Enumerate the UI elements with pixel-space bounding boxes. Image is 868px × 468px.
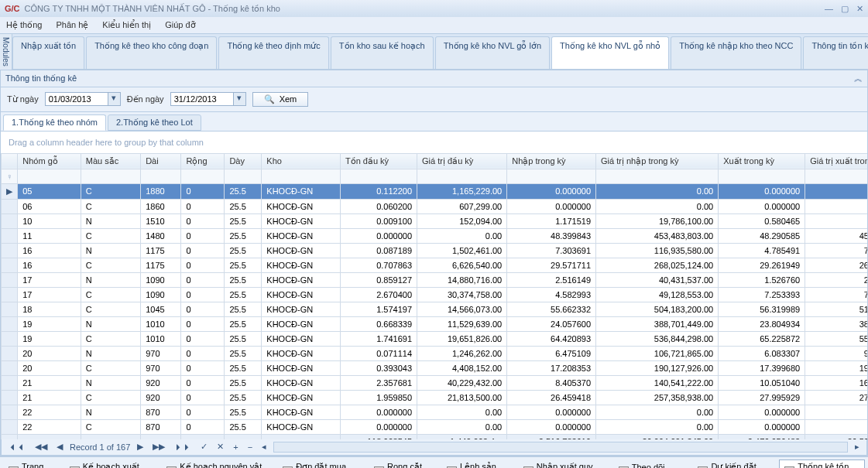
table-cell: 382,605,930.00	[805, 316, 867, 331]
toolbar-button[interactable]: Dự kiến đặt hàng	[692, 459, 777, 468]
column-header[interactable]: Nhập trong kỳ	[507, 153, 596, 169]
column-header[interactable]: Dài	[141, 153, 181, 169]
to-date-input[interactable]: ▾	[170, 92, 246, 106]
table-row[interactable]: 20C970025.5KHOCĐ-GN0.3930434,408,152.001…	[2, 360, 868, 375]
subtab[interactable]: 1.Thống kê theo nhóm	[3, 114, 106, 131]
table-cell: 6.083307	[719, 346, 805, 360]
column-header[interactable]: Dày	[225, 153, 262, 169]
nav-cancel-icon[interactable]: ✕	[214, 442, 226, 452]
from-date-field[interactable]	[46, 93, 108, 105]
column-header[interactable]: Xuất trong kỳ	[719, 153, 805, 169]
filter-cell[interactable]	[417, 169, 507, 183]
column-header[interactable]: Giá trị xuất trong kỳ	[805, 153, 867, 169]
nav-first-icon[interactable]: 🞀🞀	[6, 442, 28, 452]
doc-tab[interactable]: Thông tin tồn kho	[803, 36, 868, 69]
table-row[interactable]: 16N1175025.5KHOCĐ-GN0.0871891,502,461.00…	[2, 243, 868, 258]
doc-tab[interactable]: Thống kê kho NVL gỗ nhỏ	[551, 36, 669, 69]
column-header[interactable]: Kho	[262, 153, 341, 169]
table-row[interactable]: 21C920025.5KHOCĐ-GN1.95985021,813,500.00…	[2, 390, 868, 405]
doc-tab[interactable]: Nhập xuất tồn	[12, 36, 84, 69]
table-row[interactable]: 22C870025.5KHOCĐ-GN0.0000000.000.0000000…	[2, 419, 868, 434]
toolbar-button[interactable]: Kế hoạch xuất hàng	[64, 459, 160, 468]
collapse-icon[interactable]: ︽	[854, 73, 863, 84]
table-row[interactable]: 17C1090025.5KHOCĐ-GN2.67040030,374,758.0…	[2, 287, 868, 302]
toolbar-button[interactable]: Trang chủ	[3, 459, 63, 468]
minimize-icon[interactable]: —	[825, 4, 833, 14]
nav-prev-page-icon[interactable]: ◀◀	[33, 442, 50, 452]
table-row[interactable]: 06C1860025.5KHOCĐ-GN0.060200607,299.000.…	[2, 199, 868, 214]
nav-prev-icon[interactable]: ◀	[54, 442, 65, 452]
toolbar-button[interactable]: Thống kê tồn kho	[779, 459, 865, 468]
column-header[interactable]: Nhóm gỗ	[18, 153, 81, 169]
doc-tab[interactable]: Thống kê theo định mức	[218, 36, 328, 69]
filter-cell[interactable]	[181, 169, 225, 183]
table-cell: 25.5	[225, 316, 262, 331]
nav-next-page-icon[interactable]: ▶▶	[150, 442, 167, 452]
filter-cell[interactable]	[719, 169, 805, 183]
table-row[interactable]: 18C1045025.5KHOCĐ-GN1.57419714,566,073.0…	[2, 302, 868, 316]
filter-cell[interactable]	[507, 169, 596, 183]
column-header[interactable]: Giá trị nhập trong kỳ	[596, 153, 719, 169]
column-header[interactable]: Màu sắc	[81, 153, 140, 169]
view-button[interactable]: 🔍 Xem	[252, 92, 309, 107]
toolbar-button[interactable]: Lệnh sản xuất	[441, 459, 516, 468]
close-icon[interactable]: ✕	[856, 4, 863, 14]
dropdown-icon[interactable]: ▾	[233, 93, 245, 105]
doc-tab[interactable]: Thống kê nhập kho theo NCC	[671, 36, 801, 69]
nav-remove-icon[interactable]: −	[245, 442, 255, 452]
table-cell: 2.670400	[340, 287, 417, 302]
table-cell: C	[81, 331, 140, 346]
side-modules-tab[interactable]: Modules	[0, 34, 12, 70]
nav-add-icon[interactable]: +	[231, 442, 240, 452]
filter-cell[interactable]	[141, 169, 181, 183]
table-row[interactable]: 19C1010025.5KHOCĐ-GN1.74169119,651,826.0…	[2, 331, 868, 346]
horizontal-scrollbar[interactable]	[273, 442, 848, 453]
maximize-icon[interactable]: ▢	[841, 4, 849, 14]
column-header[interactable]: Tồn đầu kỳ	[340, 153, 417, 169]
table-row[interactable]: 22N870025.5KHOCĐ-GN0.0000000.000.0000000…	[2, 405, 868, 419]
nav-last-icon[interactable]: 🞂🞂	[172, 442, 194, 452]
table-cell: 0.668339	[340, 316, 417, 331]
filter-cell[interactable]	[596, 169, 719, 183]
dropdown-icon[interactable]: ▾	[108, 93, 120, 105]
table-row[interactable]: 10N1510025.5KHOCĐ-GN0.009100152,094.001.…	[2, 214, 868, 228]
menu-item[interactable]: Hệ thống	[6, 20, 42, 30]
group-by-hint[interactable]: Drag a column header here to group by th…	[1, 132, 867, 153]
filter-cell[interactable]	[81, 169, 140, 183]
toolbar-button[interactable]: Đơn đặt mua hàng	[277, 459, 367, 468]
table-row[interactable]: 17N1090025.5KHOCĐ-GN0.85912714,880,716.0…	[2, 272, 868, 287]
table-row[interactable]: 11C1480025.5KHOCĐ-GN0.0000000.0048.39984…	[2, 228, 868, 243]
filter-cell[interactable]	[225, 169, 262, 183]
doc-tab[interactable]: Tồn kho sau kế hoạch	[331, 36, 434, 69]
toolbar-button[interactable]: Nhập xuất quy trình	[518, 459, 612, 468]
from-date-input[interactable]: ▾	[45, 92, 121, 106]
table-row[interactable]: 19N1010025.5KHOCĐ-GN0.66833911,529,639.0…	[2, 316, 868, 331]
table-row[interactable]: 16C1175025.5KHOCĐ-GN0.7078636,626,540.00…	[2, 258, 868, 272]
nav-next-icon[interactable]: ▶	[135, 442, 146, 452]
to-date-field[interactable]	[171, 93, 233, 105]
table-row[interactable]: 20N970025.5KHOCĐ-GN0.0711141,246,262.006…	[2, 346, 868, 360]
table-cell: 25.5	[225, 228, 262, 243]
filter-cell[interactable]	[18, 169, 81, 183]
filter-cell[interactable]	[262, 169, 341, 183]
toolbar-button[interactable]: Rong cắt bào	[369, 459, 440, 468]
column-header[interactable]: Giá trị đầu kỳ	[417, 153, 507, 169]
grid-scroll[interactable]: Nhóm gỗMàu sắcDàiRộngDàyKhoTồn đầu kỳGiá…	[1, 153, 867, 439]
filter-cell[interactable]	[340, 169, 417, 183]
subtab[interactable]: 2.Thống kê theo Lot	[108, 114, 201, 131]
table-row[interactable]: 21N920025.5KHOCĐ-GN2.35768140,229,432.00…	[2, 375, 868, 390]
column-header[interactable]: Rộng	[181, 153, 225, 169]
menu-item[interactable]: Phân hệ	[56, 20, 88, 30]
toolbar-button[interactable]: Kế hoạch nguyên vật liệu	[161, 459, 276, 468]
toolbar-button[interactable]: Theo dõi KHSX	[613, 460, 691, 468]
menu-item[interactable]: Kiểu hiển thị	[102, 20, 151, 30]
table-cell: 7.253393	[719, 287, 805, 302]
table-row[interactable]: ▶05C1880025.5KHOCĐ-GN0.1122001,165,229.0…	[2, 183, 868, 199]
nav-back-icon[interactable]: ◂	[259, 442, 269, 452]
nav-accept-icon[interactable]: ✓	[198, 442, 210, 452]
doc-tab[interactable]: Thống kê theo kho công đoạn	[86, 36, 217, 69]
menu-item[interactable]: Giúp đỡ	[165, 20, 195, 30]
doc-tab[interactable]: Thống kê kho NVL gỗ lớn	[435, 36, 550, 69]
filter-cell[interactable]	[805, 169, 867, 183]
nav-scroll-right-icon[interactable]: ▸	[853, 442, 862, 452]
